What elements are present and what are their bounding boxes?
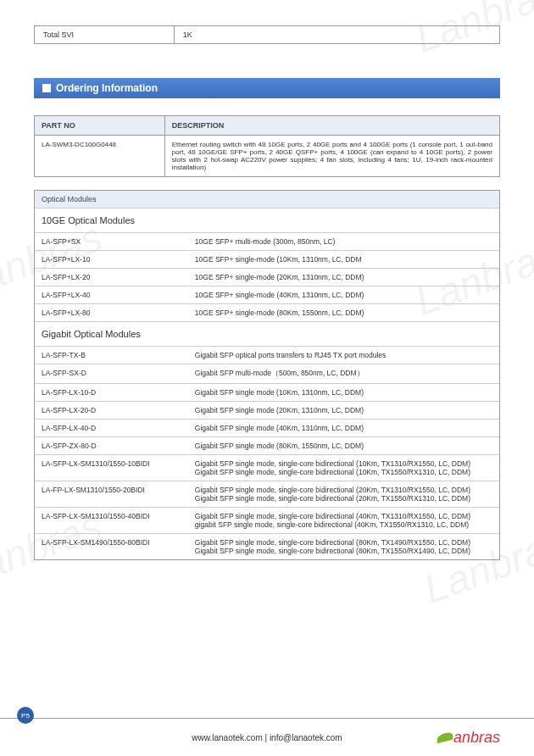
module-desc: Gigabit SFP optical ports transfers to R… [188,347,499,364]
module-part: LA-SFP+LX-80 [35,304,188,322]
module-desc: 10GE SFP+ single-mode (80Km, 1550nm, LC,… [188,304,499,322]
module-row: LA-SFP-SX-DGigabit SFP multi-mode（500m, … [35,364,499,384]
svi-label: Total SVI [35,26,175,44]
part-table: PART NO DESCRIPTION LA-SWM3-DC100G0448 E… [34,115,500,177]
section-title: Ordering Information [56,82,158,94]
module-desc: 10GE SFP+ single-mode (10Km, 1310nm, LC,… [188,251,499,269]
optical-modules-header: Optical Modules [35,191,499,208]
module-part: LA-SFP+SX [35,233,188,251]
part-header-desc: DESCRIPTION [164,116,499,136]
module-desc: Gigabit SFP single mode (20Km, 1310nm, L… [188,402,499,420]
module-desc: Gigabit SFP single mode, single-core bid… [188,534,499,560]
module-desc: Gigabit SFP single mode (10Km, 1310nm, L… [188,384,499,402]
module-desc: 10GE SFP+ single-mode (20Km, 1310nm, LC,… [188,269,499,286]
module-row: LA-SFP-LX-20-DGigabit SFP single mode (2… [35,402,499,420]
part-description: Ethernet routing switch with 48 10GE por… [164,136,499,177]
footer-contact: www.lanaotek.com | info@lanaotek.com [192,733,342,742]
module-group-title: 10GE Optical Modules [35,208,499,232]
module-row: LA-SFP+LX-4010GE SFP+ single-mode (40Km,… [35,286,499,304]
module-desc: 10GE SFP+ multi-mode (300m, 850nm, LC) [188,233,499,251]
module-part: LA-SFP-LX-40-D [35,420,188,437]
brand-logo: anbras [437,729,500,747]
module-desc: Gigabit SFP single mode (80Km, 1550nm, L… [188,437,499,455]
module-row: LA-SFP-LX-SM1310/1550-10BIDIGigabit SFP … [35,455,499,481]
module-row: LA-SFP+LX-1010GE SFP+ single-mode (10Km,… [35,251,499,269]
banner-square-icon [42,84,51,92]
module-part: LA-SFP-LX-10-D [35,384,188,402]
module-desc: Gigabit SFP single mode (40Km, 1310nm, L… [188,420,499,437]
module-row: LA-SFP+LX-8010GE SFP+ single-mode (80Km,… [35,304,499,322]
module-part: LA-SFP-TX-B [35,347,188,364]
svi-value: 1K [174,26,499,44]
module-part: LA-SFP+LX-40 [35,286,188,304]
module-row: LA-FP-LX-SM1310/1550-20BIDIGigabit SFP s… [35,481,499,508]
module-desc: Gigabit SFP single mode, single-core bid… [188,455,499,481]
module-row: LA-SFP-LX-40-DGigabit SFP single mode (4… [35,420,499,437]
part-row: LA-SWM3-DC100G0448 Ethernet routing swit… [35,136,500,177]
part-header-partno: PART NO [35,116,165,136]
module-part: LA-SFP-LX-SM1310/1550-10BIDI [35,455,188,481]
module-row: LA-SFP-ZX-80-DGigabit SFP single mode (8… [35,437,499,455]
module-part: LA-SFP-LX-SM1490/1550-80BIDI [35,534,188,560]
module-row: LA-SFP-LX-10-DGigabit SFP single mode (1… [35,384,499,402]
module-row: LA-SFP-TX-BGigabit SFP optical ports tra… [35,347,499,364]
module-desc: Gigabit SFP single mode, single-core bid… [188,508,499,534]
module-part: LA-SFP+LX-10 [35,251,188,269]
module-row: LA-SFP-LX-SM1490/1550-80BIDIGigabit SFP … [35,534,499,560]
module-row: LA-SFP-LX-SM1310/1550-40BIDIGigabit SFP … [35,508,499,534]
module-group-title: Gigabit Optical Modules [35,321,499,346]
module-part: LA-SFP-LX-20-D [35,402,188,420]
optical-modules-table: Optical Modules 10GE Optical ModulesLA-S… [34,190,500,560]
page-number-badge: P5 [17,707,34,724]
logo-swoosh-icon [437,731,453,743]
svi-table: Total SVI 1K [34,25,500,44]
section-banner-ordering: Ordering Information [34,78,500,98]
module-part: LA-SFP-LX-SM1310/1550-40BIDI [35,508,188,534]
module-desc: Gigabit SFP multi-mode（500m, 850nm, LC, … [188,364,499,384]
page-footer: www.lanaotek.com | info@lanaotek.com anb… [0,718,534,756]
module-row: LA-SFP+LX-2010GE SFP+ single-mode (20Km,… [35,269,499,286]
module-row: LA-SFP+SX10GE SFP+ multi-mode (300m, 850… [35,233,499,251]
module-part: LA-SFP-SX-D [35,364,188,384]
module-desc: Gigabit SFP single mode, single-core bid… [188,481,499,508]
module-part: LA-SFP-ZX-80-D [35,437,188,455]
module-part: LA-SFP+LX-20 [35,269,188,286]
part-number: LA-SWM3-DC100G0448 [35,136,165,177]
module-desc: 10GE SFP+ single-mode (40Km, 1310nm, LC,… [188,286,499,304]
module-part: LA-FP-LX-SM1310/1550-20BIDI [35,481,188,508]
